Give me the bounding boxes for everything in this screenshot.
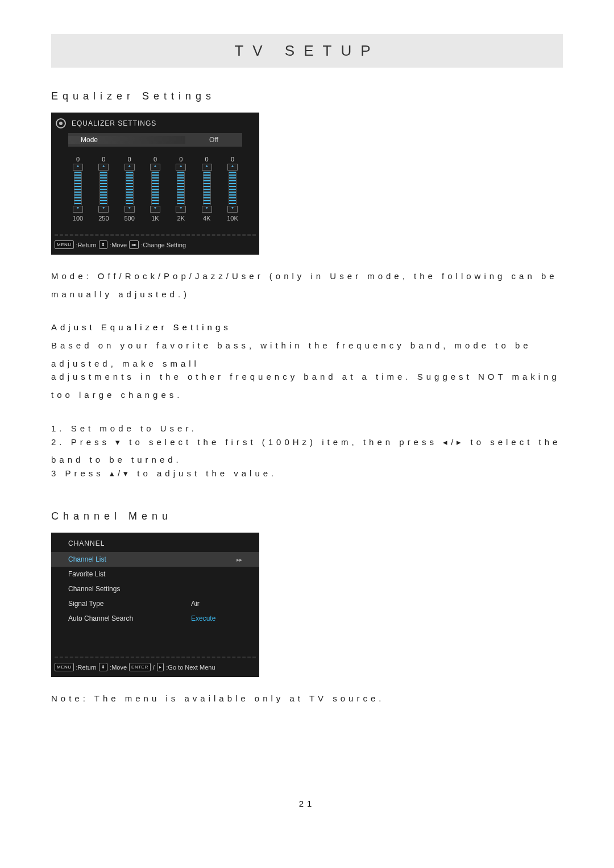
slider-down-icon[interactable] <box>227 206 238 213</box>
page-number: 21 <box>51 799 563 808</box>
slider-up-icon[interactable] <box>176 164 186 171</box>
channel-row-channel-settings[interactable]: Channel Settings <box>51 582 259 596</box>
channel-row-signal-type[interactable]: Signal Type Air <box>51 596 259 611</box>
slider-up-icon[interactable] <box>227 164 238 171</box>
eq-freq: 250 <box>98 215 109 222</box>
eq-freq: 2K <box>177 215 185 222</box>
eq-band-250[interactable]: 0 250 <box>94 156 113 222</box>
right-key-icon: ▸ <box>157 663 164 671</box>
channel-panel-title: CHANNEL <box>51 533 259 552</box>
slider-track[interactable] <box>203 172 211 205</box>
updown-key-icon: ⬍ <box>99 663 108 671</box>
slider-down-icon[interactable] <box>202 206 212 213</box>
mode-value: Off <box>185 136 242 144</box>
slider-down-icon[interactable] <box>176 206 186 213</box>
slider-up-icon[interactable] <box>202 164 212 171</box>
slider-down-icon[interactable] <box>73 206 83 213</box>
eq-freq: 4K <box>203 215 210 222</box>
channel-row-favorite-list[interactable]: Favorite List <box>51 567 259 582</box>
speaker-icon <box>56 118 66 128</box>
eq-value: 0 <box>154 156 157 163</box>
eq-sliders: 0 100 0 250 0 500 0 <box>51 152 259 226</box>
mode-label: Mode <box>68 136 185 144</box>
row-value: Execute <box>191 614 242 622</box>
slider-up-icon[interactable] <box>125 164 135 171</box>
row-label: Signal Type <box>68 600 191 608</box>
hint-return: :Return <box>76 242 97 248</box>
modes-description: Mode: Off/Rock/Pop/Jazz/User (only in Us… <box>51 267 563 303</box>
slider-up-icon[interactable] <box>98 164 109 171</box>
menu-key-icon: MENU <box>55 663 74 671</box>
step-3: 3 Press ▴/▾ to adjust the value. <box>51 464 563 483</box>
leftright-key-icon: ◂▸ <box>129 240 139 249</box>
eq-value: 0 <box>205 156 209 163</box>
slider-track[interactable] <box>99 172 107 205</box>
hint-change: :Change Setting <box>141 242 186 248</box>
channel-hint-bar: MENU :Return ⬍ :Move ENTER / ▸ :Go to Ne… <box>51 658 259 677</box>
row-label: Auto Channel Search <box>68 614 191 622</box>
adjust-p1: Based on your favorite bass, within the … <box>51 337 563 372</box>
eq-band-4k[interactable]: 0 4K <box>197 156 217 222</box>
eq-freq: 100 <box>73 215 83 222</box>
adjust-p2: adjustments in the other frequency band … <box>51 368 563 404</box>
row-label: Favorite List <box>68 570 191 578</box>
hint-move: :Move <box>110 664 127 671</box>
eq-value: 0 <box>231 156 234 163</box>
slider-track[interactable] <box>229 172 237 205</box>
menu-key-icon: MENU <box>55 240 74 249</box>
hint-slash: / <box>153 664 155 671</box>
eq-freq: 500 <box>124 215 134 222</box>
equalizer-header: EQUALIZER SETTINGS <box>51 113 259 133</box>
adjust-heading: Adjust Equalizer Settings <box>51 322 563 332</box>
slider-track[interactable] <box>151 172 159 205</box>
channel-note: Note: The menu is available only at TV s… <box>51 690 563 708</box>
slider-track[interactable] <box>177 172 185 205</box>
page-title: TV SETUP <box>234 42 379 59</box>
section-channel-title: Channel Menu <box>51 510 563 522</box>
eq-value: 0 <box>128 156 131 163</box>
section-equalizer-title: Equalizer Settings <box>51 90 563 102</box>
eq-value: 0 <box>76 156 80 163</box>
hint-return: :Return <box>76 664 97 671</box>
slider-down-icon[interactable] <box>125 206 135 213</box>
channel-panel: CHANNEL Channel List ▸▸ Favorite List Ch… <box>51 533 259 677</box>
eq-hint-bar: MENU :Return ⬍ :Move ◂▸ :Change Setting <box>51 236 259 255</box>
slider-up-icon[interactable] <box>150 164 160 171</box>
enter-key-icon: ENTER <box>129 663 151 671</box>
step-2: 2. Press ▾ to select the first (100Hz) i… <box>51 433 563 469</box>
eq-freq: 1K <box>151 215 159 222</box>
row-value: Air <box>191 600 242 608</box>
eq-value: 0 <box>102 156 105 163</box>
row-label: Channel Settings <box>68 585 191 593</box>
eq-freq: 10K <box>227 215 238 222</box>
eq-band-1k[interactable]: 0 1K <box>146 156 165 222</box>
spacer <box>51 626 259 649</box>
slider-up-icon[interactable] <box>73 164 83 171</box>
mode-row[interactable]: Mode Off <box>68 133 242 147</box>
slider-down-icon[interactable] <box>150 206 160 213</box>
channel-row-channel-list[interactable]: Channel List ▸▸ <box>51 552 259 567</box>
eq-band-500[interactable]: 0 500 <box>120 156 139 222</box>
equalizer-panel: EQUALIZER SETTINGS Mode Off 0 100 0 250 <box>51 113 259 255</box>
eq-band-2k[interactable]: 0 2K <box>171 156 190 222</box>
slider-track[interactable] <box>74 172 82 205</box>
updown-key-icon: ⬍ <box>99 240 108 249</box>
eq-value: 0 <box>179 156 182 163</box>
eq-band-100[interactable]: 0 100 <box>68 156 88 222</box>
slider-track[interactable] <box>126 172 134 205</box>
channel-row-auto-search[interactable]: Auto Channel Search Execute <box>51 611 259 626</box>
hint-move: :Move <box>110 242 127 248</box>
equalizer-panel-title: EQUALIZER SETTINGS <box>72 119 156 127</box>
slider-down-icon[interactable] <box>98 206 109 213</box>
eq-band-10k[interactable]: 0 10K <box>223 156 242 222</box>
chevron-right-icon: ▸▸ <box>237 556 242 563</box>
hint-next: :Go to Next Menu <box>166 664 215 671</box>
page-title-bar: TV SETUP <box>51 34 563 68</box>
row-label: Channel List <box>68 555 237 563</box>
